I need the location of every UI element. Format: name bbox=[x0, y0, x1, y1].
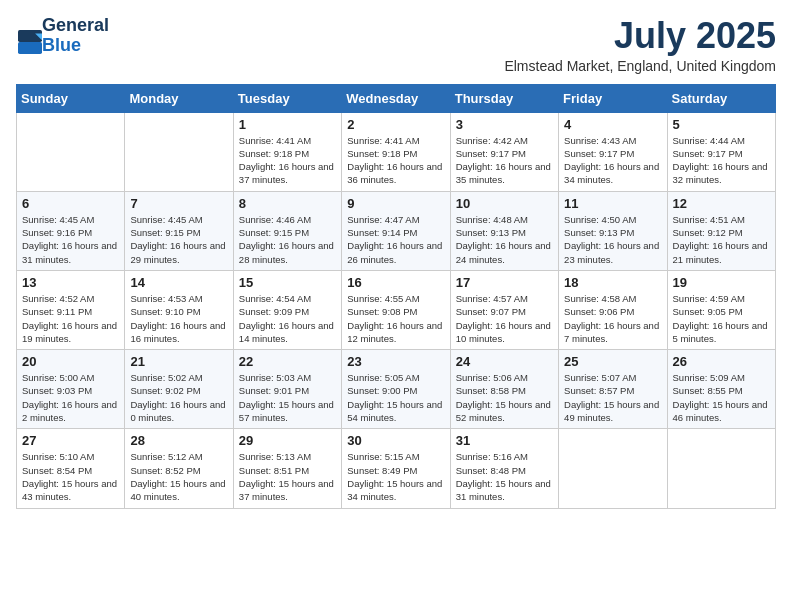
logo: General Blue bbox=[16, 16, 109, 56]
calendar-cell: 31Sunrise: 5:16 AM Sunset: 8:48 PM Dayli… bbox=[450, 429, 558, 508]
day-info: Sunrise: 4:55 AM Sunset: 9:08 PM Dayligh… bbox=[347, 292, 444, 345]
calendar-cell: 17Sunrise: 4:57 AM Sunset: 9:07 PM Dayli… bbox=[450, 270, 558, 349]
day-number: 15 bbox=[239, 275, 336, 290]
day-number: 17 bbox=[456, 275, 553, 290]
calendar-cell: 21Sunrise: 5:02 AM Sunset: 9:02 PM Dayli… bbox=[125, 350, 233, 429]
calendar-week-row: 27Sunrise: 5:10 AM Sunset: 8:54 PM Dayli… bbox=[17, 429, 776, 508]
day-info: Sunrise: 5:12 AM Sunset: 8:52 PM Dayligh… bbox=[130, 450, 227, 503]
day-number: 10 bbox=[456, 196, 553, 211]
day-info: Sunrise: 4:45 AM Sunset: 9:15 PM Dayligh… bbox=[130, 213, 227, 266]
day-info: Sunrise: 5:06 AM Sunset: 8:58 PM Dayligh… bbox=[456, 371, 553, 424]
day-number: 30 bbox=[347, 433, 444, 448]
calendar-cell: 13Sunrise: 4:52 AM Sunset: 9:11 PM Dayli… bbox=[17, 270, 125, 349]
calendar-cell bbox=[125, 112, 233, 191]
calendar-cell: 11Sunrise: 4:50 AM Sunset: 9:13 PM Dayli… bbox=[559, 191, 667, 270]
logo-general: General bbox=[42, 16, 109, 36]
day-number: 23 bbox=[347, 354, 444, 369]
day-number: 6 bbox=[22, 196, 119, 211]
day-number: 13 bbox=[22, 275, 119, 290]
calendar-cell: 20Sunrise: 5:00 AM Sunset: 9:03 PM Dayli… bbox=[17, 350, 125, 429]
weekday-header: Wednesday bbox=[342, 84, 450, 112]
day-info: Sunrise: 4:50 AM Sunset: 9:13 PM Dayligh… bbox=[564, 213, 661, 266]
calendar-cell: 7Sunrise: 4:45 AM Sunset: 9:15 PM Daylig… bbox=[125, 191, 233, 270]
calendar-cell: 25Sunrise: 5:07 AM Sunset: 8:57 PM Dayli… bbox=[559, 350, 667, 429]
calendar-cell: 2Sunrise: 4:41 AM Sunset: 9:18 PM Daylig… bbox=[342, 112, 450, 191]
day-info: Sunrise: 5:02 AM Sunset: 9:02 PM Dayligh… bbox=[130, 371, 227, 424]
day-info: Sunrise: 4:44 AM Sunset: 9:17 PM Dayligh… bbox=[673, 134, 770, 187]
calendar-cell: 15Sunrise: 4:54 AM Sunset: 9:09 PM Dayli… bbox=[233, 270, 341, 349]
calendar-table: SundayMondayTuesdayWednesdayThursdayFrid… bbox=[16, 84, 776, 509]
day-info: Sunrise: 4:43 AM Sunset: 9:17 PM Dayligh… bbox=[564, 134, 661, 187]
day-number: 27 bbox=[22, 433, 119, 448]
day-number: 29 bbox=[239, 433, 336, 448]
calendar-cell: 3Sunrise: 4:42 AM Sunset: 9:17 PM Daylig… bbox=[450, 112, 558, 191]
day-info: Sunrise: 4:53 AM Sunset: 9:10 PM Dayligh… bbox=[130, 292, 227, 345]
day-number: 7 bbox=[130, 196, 227, 211]
day-number: 18 bbox=[564, 275, 661, 290]
day-info: Sunrise: 5:03 AM Sunset: 9:01 PM Dayligh… bbox=[239, 371, 336, 424]
weekday-header: Sunday bbox=[17, 84, 125, 112]
day-number: 24 bbox=[456, 354, 553, 369]
day-number: 28 bbox=[130, 433, 227, 448]
month-year: July 2025 bbox=[504, 16, 776, 56]
day-info: Sunrise: 4:41 AM Sunset: 9:18 PM Dayligh… bbox=[347, 134, 444, 187]
day-number: 8 bbox=[239, 196, 336, 211]
day-number: 4 bbox=[564, 117, 661, 132]
day-info: Sunrise: 4:41 AM Sunset: 9:18 PM Dayligh… bbox=[239, 134, 336, 187]
day-number: 19 bbox=[673, 275, 770, 290]
calendar-cell: 18Sunrise: 4:58 AM Sunset: 9:06 PM Dayli… bbox=[559, 270, 667, 349]
day-number: 2 bbox=[347, 117, 444, 132]
title-block: July 2025 Elmstead Market, England, Unit… bbox=[504, 16, 776, 74]
day-number: 1 bbox=[239, 117, 336, 132]
calendar-header: SundayMondayTuesdayWednesdayThursdayFrid… bbox=[17, 84, 776, 112]
weekday-header: Friday bbox=[559, 84, 667, 112]
calendar-cell: 6Sunrise: 4:45 AM Sunset: 9:16 PM Daylig… bbox=[17, 191, 125, 270]
day-info: Sunrise: 5:13 AM Sunset: 8:51 PM Dayligh… bbox=[239, 450, 336, 503]
calendar-cell: 24Sunrise: 5:06 AM Sunset: 8:58 PM Dayli… bbox=[450, 350, 558, 429]
calendar-week-row: 20Sunrise: 5:00 AM Sunset: 9:03 PM Dayli… bbox=[17, 350, 776, 429]
day-info: Sunrise: 4:45 AM Sunset: 9:16 PM Dayligh… bbox=[22, 213, 119, 266]
calendar-cell: 23Sunrise: 5:05 AM Sunset: 9:00 PM Dayli… bbox=[342, 350, 450, 429]
day-number: 14 bbox=[130, 275, 227, 290]
calendar-cell bbox=[17, 112, 125, 191]
day-info: Sunrise: 5:10 AM Sunset: 8:54 PM Dayligh… bbox=[22, 450, 119, 503]
day-info: Sunrise: 4:51 AM Sunset: 9:12 PM Dayligh… bbox=[673, 213, 770, 266]
calendar-cell: 22Sunrise: 5:03 AM Sunset: 9:01 PM Dayli… bbox=[233, 350, 341, 429]
day-info: Sunrise: 5:00 AM Sunset: 9:03 PM Dayligh… bbox=[22, 371, 119, 424]
svg-rect-1 bbox=[18, 42, 42, 54]
calendar-cell bbox=[559, 429, 667, 508]
calendar-cell: 28Sunrise: 5:12 AM Sunset: 8:52 PM Dayli… bbox=[125, 429, 233, 508]
day-number: 26 bbox=[673, 354, 770, 369]
calendar-cell bbox=[667, 429, 775, 508]
day-number: 5 bbox=[673, 117, 770, 132]
day-info: Sunrise: 4:47 AM Sunset: 9:14 PM Dayligh… bbox=[347, 213, 444, 266]
day-info: Sunrise: 5:05 AM Sunset: 9:00 PM Dayligh… bbox=[347, 371, 444, 424]
weekday-header: Saturday bbox=[667, 84, 775, 112]
calendar-cell: 14Sunrise: 4:53 AM Sunset: 9:10 PM Dayli… bbox=[125, 270, 233, 349]
day-info: Sunrise: 5:09 AM Sunset: 8:55 PM Dayligh… bbox=[673, 371, 770, 424]
day-number: 20 bbox=[22, 354, 119, 369]
page-header: General Blue July 2025 Elmstead Market, … bbox=[16, 16, 776, 74]
day-info: Sunrise: 4:59 AM Sunset: 9:05 PM Dayligh… bbox=[673, 292, 770, 345]
day-number: 12 bbox=[673, 196, 770, 211]
calendar-cell: 19Sunrise: 4:59 AM Sunset: 9:05 PM Dayli… bbox=[667, 270, 775, 349]
day-number: 21 bbox=[130, 354, 227, 369]
weekday-header: Tuesday bbox=[233, 84, 341, 112]
calendar-body: 1Sunrise: 4:41 AM Sunset: 9:18 PM Daylig… bbox=[17, 112, 776, 508]
day-info: Sunrise: 5:15 AM Sunset: 8:49 PM Dayligh… bbox=[347, 450, 444, 503]
day-info: Sunrise: 4:52 AM Sunset: 9:11 PM Dayligh… bbox=[22, 292, 119, 345]
day-number: 16 bbox=[347, 275, 444, 290]
day-info: Sunrise: 4:46 AM Sunset: 9:15 PM Dayligh… bbox=[239, 213, 336, 266]
day-info: Sunrise: 4:42 AM Sunset: 9:17 PM Dayligh… bbox=[456, 134, 553, 187]
day-info: Sunrise: 5:16 AM Sunset: 8:48 PM Dayligh… bbox=[456, 450, 553, 503]
day-info: Sunrise: 4:54 AM Sunset: 9:09 PM Dayligh… bbox=[239, 292, 336, 345]
calendar-cell: 8Sunrise: 4:46 AM Sunset: 9:15 PM Daylig… bbox=[233, 191, 341, 270]
calendar-cell: 4Sunrise: 4:43 AM Sunset: 9:17 PM Daylig… bbox=[559, 112, 667, 191]
weekday-header: Monday bbox=[125, 84, 233, 112]
logo-blue: Blue bbox=[42, 36, 109, 56]
calendar-cell: 12Sunrise: 4:51 AM Sunset: 9:12 PM Dayli… bbox=[667, 191, 775, 270]
day-number: 9 bbox=[347, 196, 444, 211]
day-number: 22 bbox=[239, 354, 336, 369]
calendar-cell: 30Sunrise: 5:15 AM Sunset: 8:49 PM Dayli… bbox=[342, 429, 450, 508]
calendar-cell: 26Sunrise: 5:09 AM Sunset: 8:55 PM Dayli… bbox=[667, 350, 775, 429]
